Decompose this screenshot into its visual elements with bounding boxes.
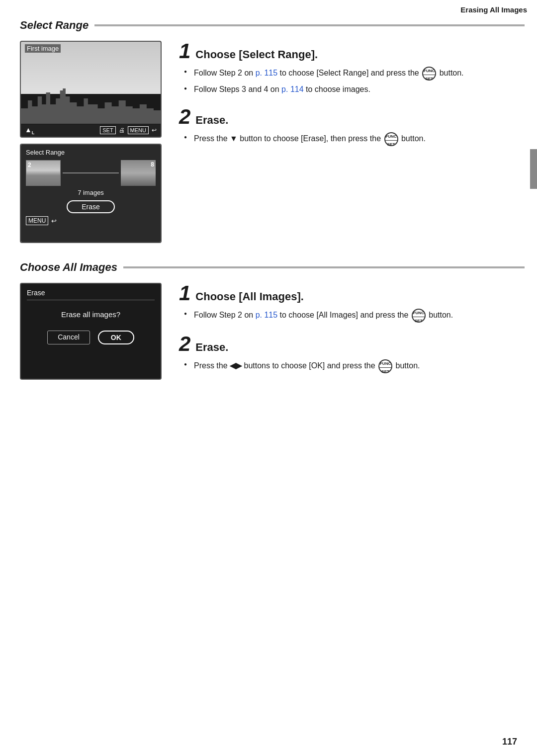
first-image-label: First image: [25, 44, 61, 53]
main-content: Select Range First image ▲L: [20, 19, 525, 736]
choose-all-step1-bullet-1: Follow Step 2 on p. 115 to choose [All I…: [184, 309, 525, 323]
section-tab-accent: [530, 149, 537, 189]
camera-bottom-icons: SET 🖨 MENU ↩: [100, 126, 157, 134]
thumb-left: 2: [26, 160, 61, 186]
func-set-btn-3: FUNC SET: [412, 309, 426, 323]
select-range-right-panel: 1 Choose [Select Range]. Follow Step 2 o…: [179, 41, 525, 249]
select-range-step2: 2 Erase. Press the ▼ button to choose [E…: [179, 106, 525, 146]
choose-all-section: Choose All Images Erase Erase all images…: [20, 261, 525, 384]
thumb-scene-left: [26, 161, 60, 185]
step2-title: Erase.: [195, 114, 228, 127]
choose-all-step2-heading: 2 Erase.: [179, 334, 525, 354]
step1-heading: 1 Choose [Select Range].: [179, 41, 525, 62]
lr-arrows-icon: ◀▶: [230, 361, 242, 370]
sky-scene: [21, 42, 161, 137]
erase-dialog-buttons: Cancel OK: [27, 331, 155, 344]
erase-dialog-screen: Erase Erase all images? Cancel OK: [20, 283, 162, 380]
choose-all-step2-bullets: Press the ◀▶ buttons to choose [OK] and …: [179, 359, 525, 373]
choose-all-divider: [123, 266, 525, 268]
erase-button-screen2: Erase: [67, 200, 115, 213]
ok-button: OK: [98, 331, 134, 344]
choose-all-right-panel: 1 Choose [All Images]. Follow Step 2 on …: [179, 283, 525, 384]
select-range-dialog: Select Range 2 8 7 im: [21, 145, 161, 242]
page-number: 117: [502, 737, 517, 747]
erase-button-container: Erase: [26, 200, 156, 213]
page-header: Erasing All Images: [0, 0, 537, 19]
camera-bottom-bar: ▲L SET 🖨 MENU ↩: [21, 124, 161, 137]
step2-bullet-1: Press the ▼ button to choose [Erase], th…: [184, 132, 525, 146]
erase-dialog-inner: Erase Erase all images? Cancel OK: [21, 284, 161, 379]
print-icon: 🖨: [119, 127, 125, 134]
step2-heading: 2 Erase.: [179, 106, 525, 127]
choose-all-step2-number: 2: [179, 334, 190, 354]
dialog-count: 7 images: [26, 189, 156, 196]
select-range-left-panel: First image ▲L SET 🖨 MENU ↩ Sele: [20, 41, 164, 249]
step1-bullet-1: Follow Step 2 on p. 115 to choose [Selec…: [184, 67, 525, 81]
select-range-header: Select Range: [20, 19, 525, 32]
image-size-icon: ▲L: [25, 126, 34, 135]
step1-bullets: Follow Step 2 on p. 115 to choose [Selec…: [179, 67, 525, 95]
step1-number: 1: [179, 41, 190, 62]
dialog-title: Select Range: [26, 149, 156, 156]
select-range-title: Select Range: [20, 19, 89, 32]
choose-all-step1-heading: 1 Choose [All Images].: [179, 283, 525, 304]
back-icon-screen2: ↩: [51, 217, 57, 225]
func-set-btn-2: FUNC SET: [384, 132, 398, 146]
choose-all-step2-bullet-1: Press the ◀▶ buttons to choose [OK] and …: [184, 359, 525, 373]
down-arrow-icon: ▼: [230, 134, 238, 143]
erase-dialog-title: Erase: [27, 289, 155, 300]
link-p114-step1[interactable]: p. 114: [281, 85, 303, 93]
step2-bullets: Press the ▼ button to choose [Erase], th…: [179, 132, 525, 146]
thumb-number-end: 8: [151, 161, 154, 168]
set-badge: SET: [100, 126, 115, 134]
choose-all-step2: 2 Erase. Press the ◀▶ buttons to choose …: [179, 334, 525, 373]
choose-all-step1-title: Choose [All Images].: [195, 290, 304, 303]
camera-screen-first-image: First image ▲L SET 🖨 MENU ↩: [20, 41, 162, 138]
choose-all-step2-title: Erase.: [195, 341, 228, 354]
choose-all-step1-number: 1: [179, 283, 190, 304]
header-title: Erasing All Images: [460, 5, 527, 14]
thumb-right-wrap: 8: [121, 160, 156, 186]
func-set-btn-4: FUNC SET: [378, 359, 392, 373]
thumb-number-start: 2: [28, 162, 31, 168]
thumb-dash: [63, 172, 119, 173]
step2-number: 2: [179, 106, 190, 127]
select-range-body: First image ▲L SET 🖨 MENU ↩ Sele: [20, 41, 525, 249]
erase-dialog-question: Erase all images?: [27, 310, 155, 319]
dialog-thumbnails: 2 8: [26, 160, 156, 186]
select-range-step1: 1 Choose [Select Range]. Follow Step 2 o…: [179, 41, 525, 95]
choose-all-header: Choose All Images: [20, 261, 525, 274]
choose-all-step1-bullets: Follow Step 2 on p. 115 to choose [All I…: [179, 309, 525, 323]
back-icon-screen1: ↩: [152, 127, 157, 134]
link-p115-all[interactable]: p. 115: [256, 311, 277, 319]
step1-title: Choose [Select Range].: [195, 48, 318, 61]
menu-badge-screen1: MENU: [128, 126, 149, 134]
func-set-btn-1: FUNC SET: [422, 67, 436, 81]
camera-screen-select-range: Select Range 2 8 7 im: [20, 144, 162, 243]
dialog-menu-bar: MENU ↩: [26, 216, 156, 225]
choose-all-step1: 1 Choose [All Images]. Follow Step 2 on …: [179, 283, 525, 323]
cancel-button: Cancel: [47, 331, 90, 344]
choose-all-left-panel: Erase Erase all images? Cancel OK: [20, 283, 164, 384]
step1-bullet-2: Follow Steps 3 and 4 on p. 114 to choose…: [184, 84, 525, 95]
link-p115-step1[interactable]: p. 115: [256, 69, 277, 77]
select-range-divider: [94, 24, 525, 26]
menu-text-screen2: MENU: [26, 216, 48, 225]
choose-all-title: Choose All Images: [20, 261, 117, 274]
choose-all-body: Erase Erase all images? Cancel OK 1 Ch: [20, 283, 525, 384]
select-range-section: Select Range First image ▲L: [20, 19, 525, 249]
